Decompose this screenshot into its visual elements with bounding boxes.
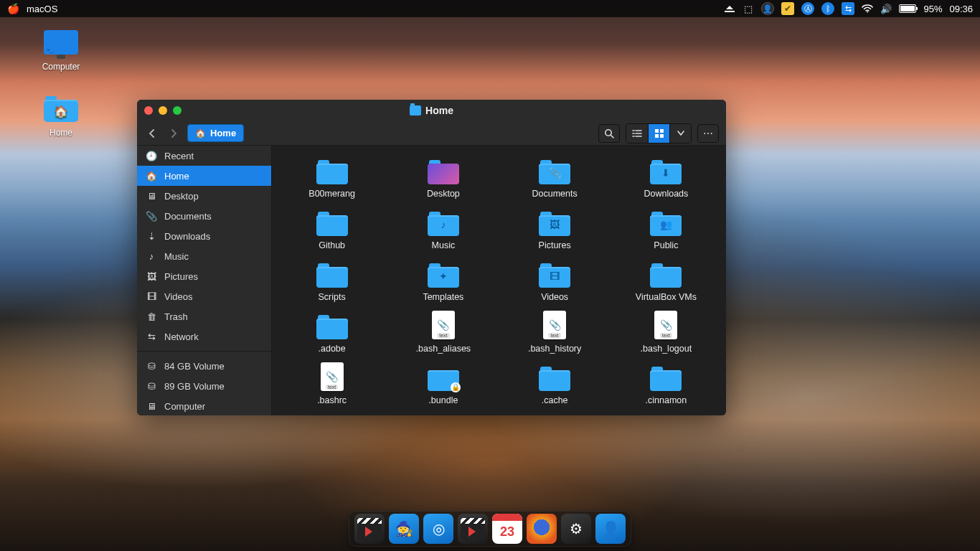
file-item-label: .bundle (428, 395, 458, 405)
teamviewer-icon[interactable]: ⇆ (842, 2, 854, 15)
file-item[interactable]: ⬇Downloads (613, 154, 719, 199)
sidebar-item-home[interactable]: 🏠Home (137, 166, 271, 186)
folder-icon: 🖼 (539, 212, 570, 236)
sidebar-icon: 📎 (146, 211, 157, 222)
sidebar: 🕘Recent🏠Home🖥Desktop📎Documents⇣Downloads… (137, 146, 272, 415)
file-manager-window: Home 🏠 Home (137, 100, 726, 415)
appstore-icon[interactable]: Ⓐ (801, 2, 814, 15)
sidebar-label: Desktop (164, 191, 199, 202)
folder-icon (650, 367, 682, 391)
file-item[interactable]: .cache (502, 361, 608, 405)
folder-icon (316, 263, 348, 288)
path-chip-home[interactable]: 🏠 Home (187, 124, 244, 142)
file-item[interactable]: .adobe (279, 309, 385, 354)
file-item-label: .bash_history (528, 344, 581, 354)
user-icon[interactable]: 👤 (761, 2, 774, 15)
file-item[interactable]: 📎text.bash_logout (613, 309, 719, 354)
file-item-label: Downloads (644, 189, 688, 199)
sidebar-icon: 🏠 (146, 171, 157, 182)
folder-icon: 📎 (539, 160, 570, 184)
menubar-title[interactable]: macOS (27, 4, 57, 14)
sidebar-item-music[interactable]: ♪Music (137, 246, 271, 266)
file-item[interactable]: 📎text.bash_history (502, 309, 608, 354)
file-item[interactable]: Scripts (279, 258, 385, 302)
file-item[interactable]: 👥Public (613, 206, 719, 250)
sidebar-device[interactable]: ⛁89 GB Volume (137, 376, 271, 396)
sidebar-label: 89 GB Volume (164, 381, 225, 392)
hamburger-menu-button[interactable]: ⋯ (697, 124, 719, 143)
shield-icon[interactable]: ✔ (781, 2, 794, 15)
desktop-icon-home[interactable]: 🏠Home (29, 96, 93, 138)
desktop-icon-computer[interactable]: Computer (29, 30, 93, 72)
folder-icon: ✦ (428, 263, 459, 288)
sidebar-item-network[interactable]: ⇆Network (137, 326, 271, 347)
sidebar-device[interactable]: ⛁84 GB Volume (137, 356, 271, 376)
window-maximize-button[interactable] (173, 106, 182, 115)
file-item[interactable]: B00merang (279, 154, 385, 199)
sidebar-item-trash[interactable]: 🗑Trash (137, 306, 271, 326)
sidebar-item-videos[interactable]: 🎞Videos (137, 286, 271, 306)
view-grid-button[interactable] (648, 124, 669, 143)
bluetooth-icon[interactable]: ᛒ (821, 2, 834, 15)
sidebar-item-desktop[interactable]: 🖥Desktop (137, 186, 271, 206)
apple-menu-icon[interactable]: 🍎 (7, 3, 19, 14)
menubar: 🍎 macOS ⬚ 👤 ✔ Ⓐ ᛒ ⇆ 🔊 95% 09:36 (0, 0, 980, 17)
nav-back-button[interactable] (144, 126, 160, 141)
dock-firefox[interactable] (527, 514, 557, 544)
volume-icon[interactable]: 🔊 (880, 3, 892, 14)
content-area[interactable]: B00merangDesktop📎Documents⬇DownloadsGith… (272, 146, 726, 415)
battery-icon[interactable] (899, 4, 916, 13)
dock-settings[interactable]: ⚙ (561, 514, 591, 544)
view-list-button[interactable] (626, 124, 648, 143)
file-item[interactable]: .bundle (390, 361, 496, 405)
folder-icon: ⬇ (650, 160, 682, 184)
file-item[interactable]: ♪Music (390, 206, 496, 250)
window-switcher-icon[interactable]: ⬚ (743, 3, 754, 14)
sidebar-item-recent[interactable]: 🕘Recent (137, 146, 271, 166)
sidebar-icon: 🗑 (146, 311, 157, 322)
wifi-icon[interactable] (862, 3, 873, 14)
sidebar-item-pictures[interactable]: 🖼Pictures (137, 266, 271, 286)
text-file-icon: 📎text (321, 362, 344, 391)
dock-video-player[interactable] (458, 514, 488, 544)
window-titlebar[interactable]: Home (137, 100, 726, 121)
dock-wizard[interactable]: 🧙 (389, 514, 419, 544)
file-item[interactable]: 📎text.bashrc (279, 361, 385, 405)
search-button[interactable] (598, 124, 620, 143)
sidebar-item-downloads[interactable]: ⇣Downloads (137, 226, 271, 246)
sidebar-icon: ♪ (146, 251, 157, 262)
window-close-button[interactable] (144, 106, 153, 115)
file-item[interactable]: Desktop (390, 154, 496, 199)
dock-media-player[interactable] (354, 514, 385, 544)
file-item[interactable]: 📎Documents (502, 154, 608, 199)
clock[interactable]: 09:36 (949, 4, 973, 14)
sidebar-label: Home (164, 171, 189, 182)
view-options-button[interactable] (669, 124, 691, 143)
sidebar-icon: 🕘 (146, 151, 157, 161)
file-item[interactable]: .cinnamon (613, 361, 719, 405)
sidebar-label: Downloads (164, 231, 210, 242)
text-file-icon: 📎text (543, 311, 566, 339)
file-item[interactable]: ✦Templates (390, 258, 496, 302)
sidebar-device[interactable]: 🖥Computer (137, 396, 271, 415)
text-file-icon: 📎text (432, 311, 455, 339)
file-item[interactable]: 🖼Pictures (502, 206, 608, 250)
nav-forward-button[interactable] (166, 126, 182, 141)
dock-steam[interactable]: ◎ (423, 514, 453, 544)
file-item[interactable]: 🎞Videos (502, 258, 608, 302)
file-item-label: .bash_logout (641, 344, 692, 354)
dock-calendar[interactable]: 23 (492, 514, 522, 544)
sidebar-label: Recent (164, 151, 194, 161)
dock: 🧙 ◎ 23 ⚙ 👤 (349, 511, 631, 547)
window-minimize-button[interactable] (159, 106, 167, 115)
dock-downloader[interactable]: 👤 (595, 514, 626, 544)
file-item-label: .bash_aliases (416, 344, 471, 354)
sidebar-item-documents[interactable]: 📎Documents (137, 206, 271, 226)
file-item[interactable]: 📎text.bash_aliases (390, 309, 496, 354)
file-item[interactable]: Github (279, 206, 385, 250)
file-item[interactable]: VirtualBox VMs (613, 258, 719, 302)
file-item-label: Scripts (319, 292, 346, 302)
svg-line-2 (611, 135, 613, 138)
eject-icon[interactable] (724, 3, 735, 14)
svg-point-0 (867, 11, 868, 13)
